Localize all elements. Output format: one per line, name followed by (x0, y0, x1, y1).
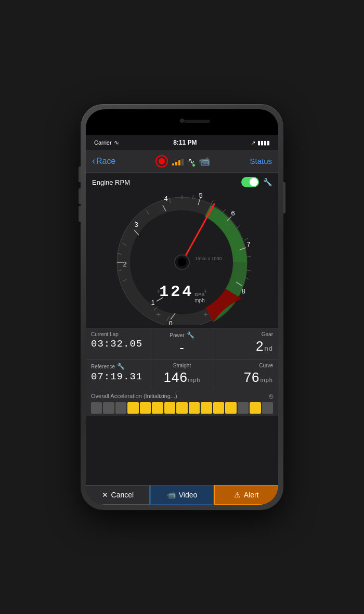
reference-wrench-icon[interactable]: 🔧 (117, 363, 125, 370)
location-arrow-icon: ↗ (251, 140, 255, 146)
status-bar: Carrier ∿ 8:11 PM ↗ ▮▮▮▮ (86, 135, 278, 150)
accel-bar (164, 402, 175, 414)
svg-text:3: 3 (134, 221, 138, 228)
svg-text:+: + (157, 310, 161, 318)
gauge-container: 0 1 2 3 4 5 6 7 8 (92, 189, 272, 325)
accel-bars (91, 402, 273, 414)
svg-text:0: 0 (168, 319, 172, 325)
carrier-label: Carrier (94, 139, 112, 146)
wifi-dot (192, 163, 196, 167)
status-time: 8:11 PM (173, 139, 197, 146)
svg-line-23 (211, 200, 213, 204)
accel-bar (213, 402, 224, 414)
svg-line-25 (237, 225, 240, 228)
nav-bar: ‹ Race ∿ (86, 150, 278, 173)
status-right: ↗ ▮▮▮▮ (251, 139, 270, 146)
back-label: Race (96, 157, 115, 166)
current-lap-label: Current Lap (91, 331, 145, 337)
svg-line-24 (223, 209, 226, 213)
video-button[interactable]: 📹 Video (150, 485, 214, 505)
gauge-title: Engine RPM (92, 178, 130, 186)
accel-bar (115, 402, 126, 414)
mph-label: mph (194, 298, 204, 303)
speaker (184, 120, 210, 123)
wifi-connected-icon: ∿ (188, 156, 194, 167)
back-button[interactable]: ‹ Race (92, 156, 115, 167)
video-icon: 📹 (167, 491, 176, 499)
toggle-switch[interactable] (241, 177, 259, 187)
accel-bar (127, 402, 138, 414)
curve-label: Curve (219, 363, 273, 368)
curve-cell: Curve 76mph (214, 360, 278, 389)
gauge-label-row: Engine RPM 🔧 (92, 177, 272, 187)
gps-label: GPS (194, 292, 204, 298)
signal-bars-icon (172, 157, 184, 165)
svg-text:1: 1 (151, 299, 154, 306)
stats-top-row: Current Lap 03:32.05 Power 🔧 - Gear (86, 328, 278, 359)
cancel-label: Cancel (111, 491, 134, 499)
status-button[interactable]: Status (250, 157, 272, 165)
power-wrench-icon[interactable]: 🔧 (187, 331, 194, 339)
video-camera-icon[interactable]: 📹 (199, 156, 210, 167)
chevron-left-icon: ‹ (92, 156, 95, 167)
accel-bar (103, 402, 114, 414)
stats-bottom-row: Reference 🔧 07:19.31 Straight 146mph Cu (86, 359, 278, 389)
svg-text:+: + (203, 310, 207, 318)
bottom-buttons: ✕ Cancel 📹 Video ⚠ Alert (86, 485, 278, 505)
accel-bar (250, 402, 261, 414)
gear-label: Gear (219, 331, 273, 337)
power-label: Power 🔧 (155, 331, 209, 339)
acceleration-section: Overall Acceleration (Initializing...) ⎋ (86, 389, 278, 416)
accel-bar (176, 402, 187, 414)
accel-bar (140, 402, 151, 414)
screen: Carrier ∿ 8:11 PM ↗ ▮▮▮▮ ‹ Race (86, 135, 278, 505)
accel-graph-icon: ⎋ (269, 392, 273, 400)
svg-point-41 (178, 258, 186, 266)
svg-text:1/min x 1000: 1/min x 1000 (195, 256, 222, 261)
wrench-icon[interactable]: 🔧 (263, 178, 272, 186)
reference-label: Reference 🔧 (91, 363, 145, 370)
cancel-button[interactable]: ✕ Cancel (86, 485, 150, 505)
reference-value: 07:19.31 (91, 371, 145, 382)
accel-title: Overall Acceleration (Initializing...) (91, 393, 177, 399)
svg-text:6: 6 (231, 209, 235, 217)
record-icon[interactable] (155, 155, 168, 168)
alert-label: Alert (244, 491, 259, 499)
svg-text:4: 4 (164, 195, 167, 202)
nav-icons: ∿ 📹 (155, 155, 210, 168)
tachometer-svg: 0 1 2 3 4 5 6 7 8 (109, 189, 255, 325)
power-value: - (155, 340, 209, 356)
current-lap-cell: Current Lap 03:32.05 (86, 328, 150, 359)
phone-frame: Carrier ∿ 8:11 PM ↗ ▮▮▮▮ ‹ Race (81, 104, 283, 510)
video-label: Video (179, 491, 198, 499)
camera (180, 119, 184, 123)
speed-value: 124 (159, 283, 193, 301)
svg-text:8: 8 (241, 287, 245, 295)
accel-bar (225, 402, 236, 414)
svg-line-27 (247, 256, 251, 257)
speed-unit: GPS mph (194, 292, 204, 304)
gear-cell: Gear 2 nd (214, 328, 278, 359)
speed-display: 124 GPS mph (159, 283, 204, 304)
accel-bar (152, 402, 163, 414)
current-lap-value: 03:32.05 (91, 338, 145, 350)
straight-cell: Straight 146mph (150, 360, 214, 389)
accel-bar (238, 402, 249, 414)
gear-value: 2 nd (219, 338, 273, 354)
curve-value: 76mph (219, 369, 273, 386)
svg-text:5: 5 (199, 191, 202, 199)
battery-icon: ▮▮▮▮ (257, 139, 270, 146)
straight-label: Straight (155, 363, 209, 368)
power-cell: Power 🔧 - (150, 328, 214, 359)
status-carrier: Carrier ∿ (94, 139, 119, 146)
phone-inner: Carrier ∿ 8:11 PM ↗ ▮▮▮▮ ‹ Race (86, 109, 278, 505)
svg-line-28 (247, 270, 251, 271)
wifi-status-icon: ∿ (114, 139, 119, 146)
reference-cell: Reference 🔧 07:19.31 (86, 360, 150, 389)
accel-bar (262, 402, 273, 414)
gauge-controls: 🔧 (241, 177, 272, 187)
alert-triangle-icon: ⚠ (234, 491, 241, 499)
accel-bar (201, 402, 212, 414)
svg-text:7: 7 (246, 240, 250, 248)
alert-button[interactable]: ⚠ Alert (214, 485, 278, 505)
